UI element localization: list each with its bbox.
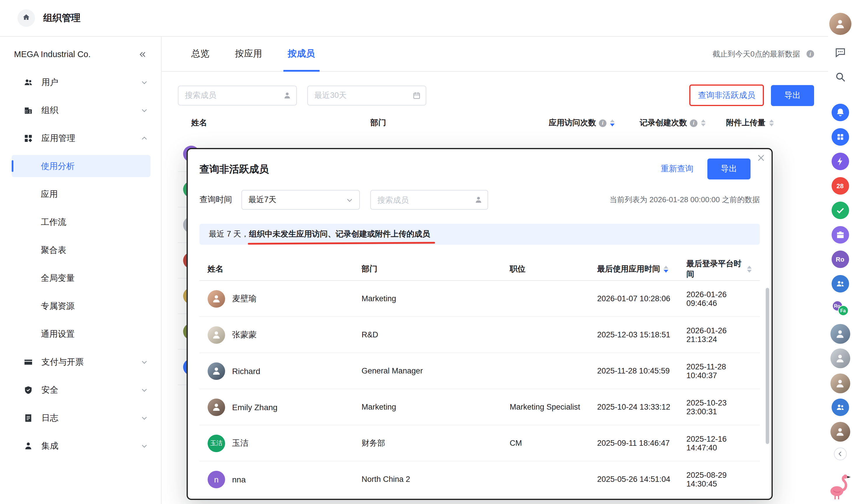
todo-check-icon[interactable]: [831, 202, 849, 219]
sort-control[interactable]: [610, 120, 615, 126]
user-avatar[interactable]: [829, 13, 851, 35]
inactive-members-modal: 查询非活跃成员 重新查询 导出 查询时间 最近7天 当前列表为 2026-01-…: [187, 148, 773, 500]
sort-control[interactable]: [769, 120, 773, 126]
export-button[interactable]: 导出: [771, 85, 814, 106]
last-login-time: 2025-12-16 14:47:40: [686, 434, 752, 452]
column-label: 最后登录平台时间: [686, 258, 744, 280]
sort-desc-icon: [769, 124, 773, 126]
sidebar-item-label: 集成: [41, 440, 141, 451]
column-label: 部门: [362, 264, 377, 274]
sidebar-item-label: 使用分析: [41, 161, 161, 172]
query-time-select[interactable]: 最近7天: [241, 190, 360, 210]
sidebar-item-global-vars[interactable]: 全局变量: [0, 264, 161, 292]
member-search-input[interactable]: [178, 85, 297, 105]
notification-bell-icon[interactable]: [831, 104, 849, 121]
sidebar-item-app-mgmt[interactable]: 应用管理: [0, 124, 161, 152]
sidebar-item-usage-analysis[interactable]: 使用分析: [0, 152, 161, 180]
workspace-badges[interactable]: RoFa: [832, 301, 848, 316]
apps-icon: [23, 133, 34, 143]
shield-icon: [23, 384, 34, 395]
query-time-value: 最近7天: [248, 195, 276, 205]
sidebar-item-label: 应用: [41, 188, 161, 200]
sidebar-item-billing[interactable]: 支付与开票: [0, 348, 161, 376]
table-column-header: 职位: [510, 264, 597, 274]
sort-control[interactable]: [664, 265, 668, 272]
sidebar-item-general-settings[interactable]: 通用设置: [0, 320, 161, 348]
column-label: 应用访问次数: [549, 118, 596, 128]
banner-bold-text: 组织中未发生应用访问、记录创建或附件上传的成员: [249, 229, 430, 239]
sort-asc-icon: [701, 120, 706, 122]
sort-desc-icon: [610, 124, 615, 126]
chevron-down-icon: [141, 414, 148, 421]
last-login-time: 2025-10-23 23:00:31: [686, 398, 752, 416]
workbench-icon[interactable]: [831, 226, 849, 244]
app-center-icon[interactable]: [831, 128, 849, 146]
last-login-time: 2026-01-26 21:13:24: [686, 326, 752, 343]
automation-icon[interactable]: [831, 152, 849, 170]
list-cutoff-note: 当前列表为 2026-01-28 00:00:00 之前的数据: [609, 195, 760, 205]
close-icon[interactable]: [757, 153, 766, 163]
sidebar-item-label: 用户: [41, 77, 141, 88]
calendar-icon: [412, 91, 421, 100]
member-avatar-2[interactable]: [830, 374, 850, 393]
member-dept: 财务部: [362, 438, 510, 448]
sort-desc-icon: [701, 124, 706, 126]
search-icon[interactable]: [834, 71, 846, 83]
member-avatar-1[interactable]: [830, 348, 850, 368]
sidebar-item-logs[interactable]: 日志: [0, 404, 161, 432]
last-login-time: 2026-01-26 09:46:46: [686, 290, 752, 307]
calendar-badge-icon[interactable]: 28: [831, 177, 849, 195]
contacts-icon[interactable]: [831, 275, 849, 292]
date-range-input[interactable]: [307, 85, 426, 105]
collapse-rail-button[interactable]: [834, 448, 847, 460]
home-icon: [21, 13, 31, 23]
modal-filter-row: 查询时间 最近7天 当前列表为 2026-01-28 00:00:00 之前的数…: [199, 190, 760, 210]
sidebar-item-label: 应用管理: [41, 132, 141, 144]
sidebar-item-workflow[interactable]: 工作流: [0, 208, 161, 236]
requery-link[interactable]: 重新查询: [661, 164, 693, 174]
modal-export-button[interactable]: 导出: [707, 159, 750, 179]
table-column-header: 最后使用应用时间: [597, 264, 686, 274]
team-avatar[interactable]: [830, 324, 850, 344]
avatar: [208, 362, 225, 380]
query-inactive-members-button[interactable]: 查询非活跃成员: [689, 85, 764, 106]
sidebar: MEGA Industrial Co. 用户组织应用管理使用分析应用工作流聚合表…: [0, 37, 161, 504]
tab-2[interactable]: 按成员: [288, 37, 315, 71]
column-label: 记录创建次数: [640, 118, 687, 128]
sort-control[interactable]: [747, 265, 752, 272]
sidebar-item-label: 日志: [41, 412, 141, 423]
collapse-sidebar-icon[interactable]: [138, 50, 147, 58]
member-position: Marketing Specialist: [510, 402, 597, 411]
group-contacts-icon[interactable]: [831, 398, 849, 416]
modal-member-search-input[interactable]: [370, 190, 488, 210]
ro-workspace-badge[interactable]: Ro: [831, 251, 849, 268]
sort-control[interactable]: [701, 120, 706, 126]
sidebar-item-aggregate-table[interactable]: 聚合表: [0, 236, 161, 264]
chevron-down-icon: [141, 386, 148, 394]
sort-asc-icon: [769, 120, 773, 122]
member-avatar-3[interactable]: [830, 422, 850, 442]
avatar: [208, 290, 225, 307]
last-login-time: 2025-08-29 14:30:45: [686, 470, 752, 488]
org-name: MEGA Industrial Co.: [14, 50, 91, 59]
feedback-icon[interactable]: [834, 47, 846, 58]
sidebar-menu: 用户组织应用管理使用分析应用工作流聚合表全局变量专属资源通用设置支付与开票安全日…: [0, 66, 161, 460]
sidebar-item-org[interactable]: 组织: [0, 96, 161, 124]
avatar: n: [208, 470, 225, 488]
integration-icon: [23, 440, 34, 451]
sidebar-item-users[interactable]: 用户: [0, 68, 161, 96]
inactive-member-row: RichardGeneral Manager2025-11-28 10:45:5…: [199, 353, 760, 389]
sidebar-item-security[interactable]: 安全: [0, 376, 161, 404]
info-icon[interactable]: [599, 119, 607, 127]
info-icon[interactable]: [690, 119, 697, 127]
top-header: 组织管理: [0, 0, 828, 37]
tab-0[interactable]: 总览: [191, 37, 209, 71]
info-icon[interactable]: [806, 50, 814, 58]
tab-1[interactable]: 按应用: [235, 37, 262, 71]
home-button[interactable]: [17, 9, 35, 27]
table-column-header: 应用访问次数: [549, 118, 640, 128]
sidebar-item-apps[interactable]: 应用: [0, 180, 161, 208]
modal-scrollbar[interactable]: [766, 288, 769, 444]
sidebar-item-dedicated-resources[interactable]: 专属资源: [0, 292, 161, 320]
sidebar-item-integration[interactable]: 集成: [0, 432, 161, 460]
